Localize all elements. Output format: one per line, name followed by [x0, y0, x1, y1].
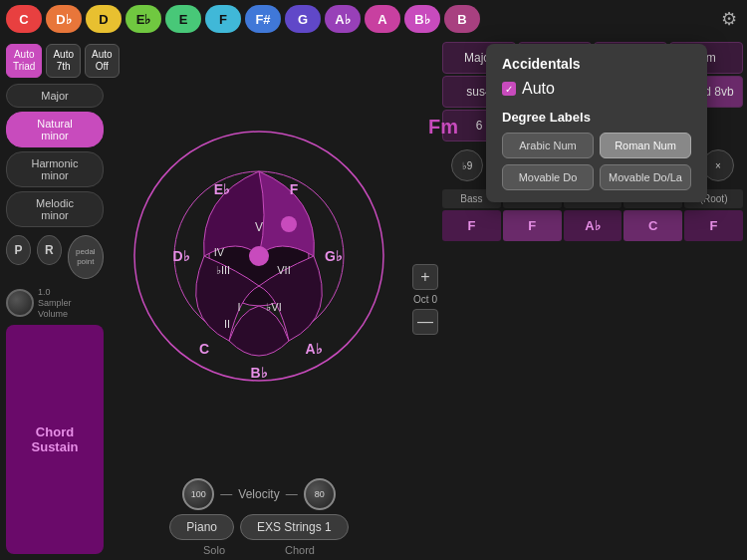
- svg-text:♭VI: ♭VI: [266, 301, 281, 313]
- circle-of-fifths[interactable]: V ♭III ♭VI VII I II IV F E♭ D♭ G♭ C A♭ B…: [120, 117, 398, 396]
- oct-label: Oct 0: [413, 294, 437, 305]
- left-panel: AutoTriad Auto7th AutoOff Major Naturalm…: [0, 38, 110, 560]
- svg-text:V: V: [255, 220, 263, 234]
- velocity-separator: —: [220, 487, 232, 501]
- circle-area: V ♭III ♭VI VII I II IV F E♭ D♭ G♭ C A♭ B…: [110, 38, 408, 474]
- scale-harmonic-minor[interactable]: Harmonicminor: [6, 151, 104, 187]
- scale-melodic-minor[interactable]: Melodicminor: [6, 191, 104, 227]
- pedal-point[interactable]: pedalpoint: [68, 235, 104, 279]
- volume-value: 1.0: [38, 287, 104, 298]
- instrument-exs[interactable]: EXS Strings 1: [240, 514, 349, 540]
- volume-row: 1.0 Sampler Volume: [6, 287, 104, 319]
- pr-row: P R pedalpoint: [6, 235, 104, 279]
- oct-plus[interactable]: +: [412, 264, 438, 290]
- velocity-right-value: 80: [315, 489, 325, 499]
- voicing-root-note[interactable]: F: [503, 210, 562, 241]
- key-eb[interactable]: E♭: [125, 5, 161, 33]
- mode-auto-triad[interactable]: AutoTriad: [6, 44, 42, 78]
- svg-text:A♭: A♭: [305, 341, 322, 357]
- key-d[interactable]: D: [86, 5, 122, 33]
- bottom-controls: 100 — Velocity — 80 Piano EXS Strings 1 …: [110, 474, 408, 560]
- accidentals-popover: Accidentals ✓ Auto Degree Labels Arabic …: [486, 44, 707, 202]
- voicing-5th-note[interactable]: C: [623, 210, 682, 241]
- volume-knob[interactable]: [6, 289, 34, 317]
- roman-num-btn[interactable]: Roman Num: [600, 133, 691, 158]
- instrument-piano[interactable]: Piano: [169, 514, 234, 540]
- svg-text:I: I: [237, 301, 240, 313]
- popover-auto-row: ✓ Auto: [502, 80, 691, 98]
- voicing-3rd-note[interactable]: A♭: [564, 210, 622, 241]
- degree-buttons: Arabic Num Roman Num Movable Do Movable …: [502, 133, 691, 190]
- key-db[interactable]: D♭: [46, 5, 82, 33]
- key-b[interactable]: B: [444, 5, 480, 33]
- movable-do-btn[interactable]: Movable Do: [502, 164, 594, 190]
- mode-buttons-row: AutoTriad Auto7th AutoOff: [6, 44, 104, 78]
- velocity-knob-left[interactable]: 100: [182, 478, 214, 510]
- svg-text:IV: IV: [214, 246, 225, 258]
- movable-do-la-btn[interactable]: Movable Do/La: [600, 164, 691, 190]
- svg-text:E♭: E♭: [214, 181, 230, 197]
- velocity-knob-right[interactable]: 80: [304, 478, 336, 510]
- p-button[interactable]: P: [6, 235, 31, 265]
- svg-text:VII: VII: [277, 264, 290, 276]
- fm-chord-label: Fm: [428, 116, 458, 139]
- oct-minus[interactable]: —: [412, 309, 438, 335]
- svg-text:D♭: D♭: [172, 248, 189, 264]
- voicing-bass-note[interactable]: F: [442, 210, 501, 241]
- svg-point-17: [249, 246, 269, 266]
- center-panel: V ♭III ♭VI VII I II IV F E♭ D♭ G♭ C A♭ B…: [110, 38, 408, 560]
- key-bar: C D♭ D E♭ E F F# G A♭ A B♭ B ⚙: [0, 0, 747, 38]
- degree-labels-title: Degree Labels: [502, 110, 691, 125]
- r-button[interactable]: R: [37, 235, 62, 265]
- chord-sustain[interactable]: Chord Sustain: [6, 325, 104, 554]
- key-a[interactable]: A: [365, 5, 400, 33]
- svg-text:II: II: [224, 318, 230, 330]
- chord-label: Chord: [285, 544, 315, 556]
- key-ab[interactable]: A♭: [325, 5, 361, 33]
- velocity-label-text: Velocity: [238, 487, 279, 501]
- gear-button[interactable]: ⚙: [717, 4, 741, 34]
- voicing-root2-note[interactable]: F: [684, 210, 743, 241]
- svg-text:G♭: G♭: [325, 248, 343, 264]
- key-fs[interactable]: F#: [245, 5, 281, 33]
- scale-major[interactable]: Major: [6, 84, 104, 108]
- velocity-separator2: —: [286, 487, 298, 501]
- auto-label: Auto: [522, 80, 555, 98]
- svg-text:B♭: B♭: [250, 365, 267, 381]
- key-e[interactable]: E: [165, 5, 201, 33]
- auto-checkbox[interactable]: ✓: [502, 82, 516, 96]
- svg-point-18: [281, 216, 297, 232]
- solo-label: Solo: [203, 544, 225, 556]
- mode-auto-7th[interactable]: Auto7th: [46, 44, 81, 78]
- key-c[interactable]: C: [6, 5, 42, 33]
- solo-chord-row: Solo Chord: [118, 544, 400, 556]
- key-bb[interactable]: B♭: [404, 5, 440, 33]
- svg-text:F: F: [290, 181, 299, 197]
- svg-text:C: C: [199, 341, 209, 357]
- scale-natural-minor[interactable]: Naturalminor: [6, 112, 104, 147]
- key-f[interactable]: F: [205, 5, 241, 33]
- key-g[interactable]: G: [285, 5, 321, 33]
- velocity-left-value: 100: [191, 489, 206, 499]
- scale-list: Major Naturalminor Harmonicminor Melodic…: [6, 84, 104, 227]
- popover-title: Accidentals: [502, 56, 691, 72]
- volume-label: Sampler Volume: [38, 298, 104, 320]
- tension-b9[interactable]: ♭9: [451, 149, 483, 181]
- arabic-num-btn[interactable]: Arabic Num: [502, 133, 594, 158]
- velocity-row: 100 — Velocity — 80: [182, 478, 335, 510]
- svg-text:♭III: ♭III: [216, 264, 230, 276]
- instrument-row: Piano EXS Strings 1: [169, 514, 348, 540]
